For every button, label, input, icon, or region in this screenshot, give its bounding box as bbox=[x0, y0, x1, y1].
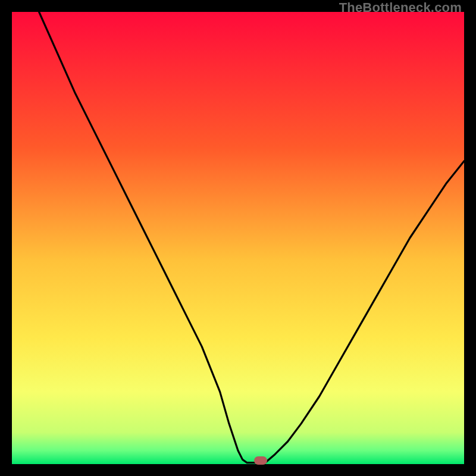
gradient-background bbox=[12, 12, 464, 464]
bottleneck-chart bbox=[12, 12, 464, 464]
optimal-point-marker bbox=[254, 456, 267, 465]
chart-frame: { "watermark": "TheBottleneck.com", "col… bbox=[0, 0, 476, 476]
watermark-text: TheBottleneck.com bbox=[339, 0, 462, 15]
